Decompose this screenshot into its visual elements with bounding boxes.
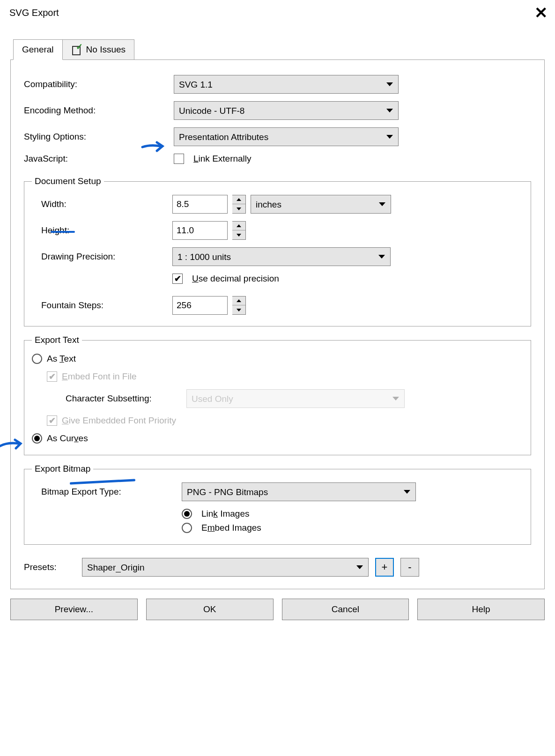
chevron-down-icon[interactable]	[232, 204, 245, 213]
cancel-button[interactable]: Cancel	[282, 599, 409, 620]
height-label: Height:	[32, 225, 172, 236]
fountain-steps-spinner[interactable]	[232, 296, 246, 315]
encoding-label: Encoding Method:	[24, 105, 174, 116]
bitmap-type-select[interactable]: PNG - PNG Bitmaps	[182, 482, 416, 501]
drawing-precision-select[interactable]: 1 : 1000 units	[172, 247, 391, 266]
export-text-legend: Export Text	[32, 335, 82, 345]
tab-general[interactable]: General	[13, 39, 63, 60]
compatibility-select[interactable]: SVG 1.1	[174, 75, 399, 94]
link-externally-checkbox[interactable]	[174, 154, 184, 164]
as-curves-radio[interactable]	[32, 433, 42, 444]
chevron-down-icon[interactable]	[232, 305, 245, 314]
tab-issues[interactable]: No Issues	[62, 39, 134, 59]
export-bitmap-legend: Export Bitmap	[32, 464, 93, 474]
presets-select[interactable]: Shaper_Origin	[82, 558, 369, 577]
use-decimal-label: Use decimal precision	[192, 274, 279, 284]
export-bitmap-group: Export Bitmap Bitmap Export Type: PNG - …	[24, 464, 531, 545]
as-curves-label: As Curves	[47, 433, 88, 444]
dialog-title: SVG Export	[9, 7, 59, 18]
embed-font-checkbox: ✔	[47, 371, 57, 382]
styling-label: Styling Options:	[24, 132, 174, 142]
give-priority-checkbox: ✔	[47, 415, 57, 426]
height-input[interactable]	[172, 221, 228, 240]
link-images-label: Link Images	[201, 509, 249, 519]
ok-button[interactable]: OK	[146, 599, 274, 620]
embed-images-radio[interactable]	[182, 523, 192, 533]
close-icon[interactable]: ✕	[534, 5, 548, 21]
as-text-radio[interactable]	[32, 354, 42, 364]
chevron-up-icon[interactable]	[232, 222, 245, 230]
chevron-down-icon[interactable]	[232, 230, 245, 239]
no-issues-icon	[71, 44, 81, 55]
use-decimal-checkbox[interactable]: ✔	[172, 274, 183, 284]
bitmap-type-label: Bitmap Export Type:	[32, 487, 182, 497]
document-setup-legend: Document Setup	[32, 176, 104, 186]
link-images-radio[interactable]	[182, 509, 192, 519]
give-priority-label: Give Embedded Font Priority	[62, 415, 176, 426]
styling-select[interactable]: Presentation Attributes	[174, 127, 399, 146]
chevron-up-icon[interactable]	[232, 195, 245, 204]
link-externally-label: Link Externally	[193, 154, 252, 164]
drawing-precision-label: Drawing Precision:	[32, 252, 172, 262]
tab-issues-label: No Issues	[86, 44, 126, 55]
encoding-select[interactable]: Unicode - UTF-8	[174, 101, 399, 120]
preset-add-button[interactable]: +	[375, 558, 394, 577]
document-setup-group: Document Setup Width: inches	[24, 176, 531, 326]
height-spinner[interactable]	[232, 221, 246, 240]
width-label: Width:	[32, 199, 172, 209]
fountain-steps-label: Fountain Steps:	[32, 300, 172, 311]
embed-font-label: Embed Font in File	[62, 371, 136, 382]
tab-general-label: General	[22, 44, 54, 54]
width-spinner[interactable]	[232, 195, 246, 214]
char-subsetting-select: Used Only	[186, 389, 405, 408]
compatibility-label: Compatibility:	[24, 79, 174, 89]
export-text-group: Export Text As Text ✔ Embed Font in File…	[24, 335, 531, 455]
width-unit-select[interactable]: inches	[251, 195, 391, 214]
fountain-steps-input[interactable]	[172, 296, 228, 315]
embed-images-label: Embed Images	[201, 523, 261, 533]
presets-label: Presets:	[24, 562, 75, 572]
javascript-label: JavaScript:	[24, 154, 174, 164]
preset-remove-button[interactable]: -	[400, 558, 419, 577]
help-button[interactable]: Help	[417, 599, 545, 620]
as-text-label: As Text	[47, 354, 76, 364]
preview-button[interactable]: Preview...	[10, 599, 138, 620]
chevron-up-icon[interactable]	[232, 296, 245, 305]
annotation-arrow-curves	[0, 438, 23, 452]
width-input[interactable]	[172, 195, 228, 214]
char-subsetting-label: Character Subsetting:	[32, 393, 186, 404]
